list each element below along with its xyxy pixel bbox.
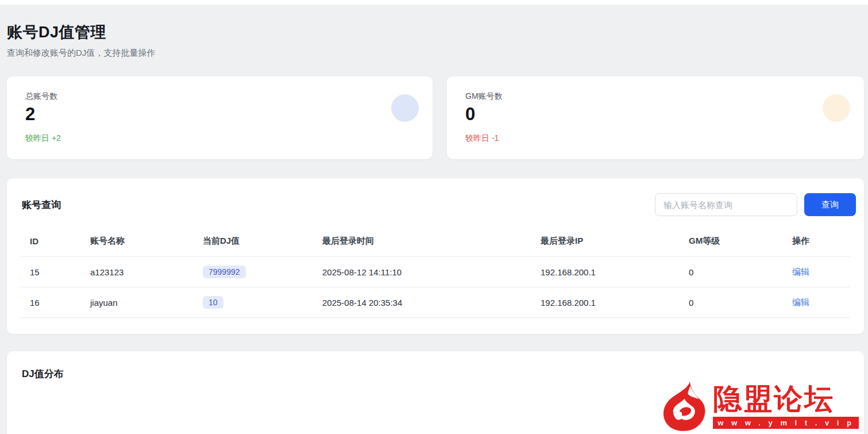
column-header-last-login-ip: 最后登录IP [531,229,680,257]
decorative-circle-icon [823,94,850,122]
page-header: 账号DJ值管理 查询和修改账号的DJ值，支持批量操作 [7,5,864,59]
query-card-title: 账号查询 [22,198,61,212]
flame-logo-icon [658,380,709,432]
stat-card-gm-accounts: GM账号数 0 较昨日 -1 [447,76,864,159]
cell-last-login-time: 2025-08-12 14:11:10 [313,257,531,287]
table-row: 16 jiayuan 10 2025-08-14 20:35:34 192.16… [21,287,850,318]
account-search-input[interactable] [655,193,797,216]
watermark-site-name: 隐盟论坛 [713,383,859,415]
column-header-id: ID [21,229,81,257]
page-title: 账号DJ值管理 [7,22,864,43]
dj-value-badge: 7999992 [203,266,246,278]
watermark: 隐盟论坛 w w w . y m l t . v i p [658,380,859,432]
cell-id: 15 [21,257,81,287]
column-header-account-name: 账号名称 [81,229,194,257]
column-header-actions: 操作 [783,229,850,257]
cell-current-dj: 10 [194,287,313,318]
stat-label: GM账号数 [465,91,846,102]
cell-gm-level: 0 [680,257,783,287]
edit-link[interactable]: 编辑 [792,297,809,307]
column-header-gm-level: GM等级 [680,229,783,257]
column-header-current-dj: 当前DJ值 [194,229,313,257]
cell-actions: 编辑 [783,257,850,287]
table-header-row: ID 账号名称 当前DJ值 最后登录时间 最后登录IP GM等级 操作 [21,229,850,257]
dj-value-badge: 10 [203,296,223,309]
stat-label: 总账号数 [25,91,414,102]
top-white-strip [0,0,868,5]
cell-account-name: jiayuan [81,287,194,318]
page-content: 账号DJ值管理 查询和修改账号的DJ值，支持批量操作 总账号数 2 较昨日 +2… [7,5,864,434]
search-box: 查询 [655,193,856,216]
cell-actions: 编辑 [783,287,850,318]
cell-account-name: a123123 [81,257,194,287]
page-subtitle: 查询和修改账号的DJ值，支持批量操作 [7,48,864,59]
dj-distribution-title: DJ值分布 [22,367,849,381]
accounts-table: ID 账号名称 当前DJ值 最后登录时间 最后登录IP GM等级 操作 15 a… [21,229,850,318]
stat-delta: 较昨日 +2 [25,133,414,144]
stat-card-total-accounts: 总账号数 2 较昨日 +2 [7,76,433,159]
cell-last-login-ip: 192.168.200.1 [531,257,680,287]
cell-last-login-ip: 192.168.200.1 [531,287,680,318]
cell-current-dj: 7999992 [194,257,313,287]
account-query-card: 账号查询 查询 ID 账号名称 当前DJ值 最后登录时间 最后登录IP GM等级 [7,178,864,334]
table-row: 15 a123123 7999992 2025-08-12 14:11:10 1… [21,257,850,287]
stat-delta: 较昨日 -1 [465,133,846,144]
stats-row: 总账号数 2 较昨日 +2 GM账号数 0 较昨日 -1 [7,76,864,159]
stat-value: 0 [465,105,846,124]
watermark-text-block: 隐盟论坛 w w w . y m l t . v i p [713,383,859,429]
cell-id: 16 [21,287,81,318]
decorative-circle-icon [391,94,419,122]
stat-value: 2 [25,105,414,124]
cell-last-login-time: 2025-08-14 20:35:34 [313,287,531,318]
cell-gm-level: 0 [680,287,783,318]
watermark-url-bar: w w w . y m l t . v i p [713,417,859,429]
search-button[interactable]: 查询 [804,193,856,216]
column-header-last-login-time: 最后登录时间 [313,229,531,257]
query-card-header: 账号查询 查询 [7,178,864,216]
edit-link[interactable]: 编辑 [792,267,809,276]
